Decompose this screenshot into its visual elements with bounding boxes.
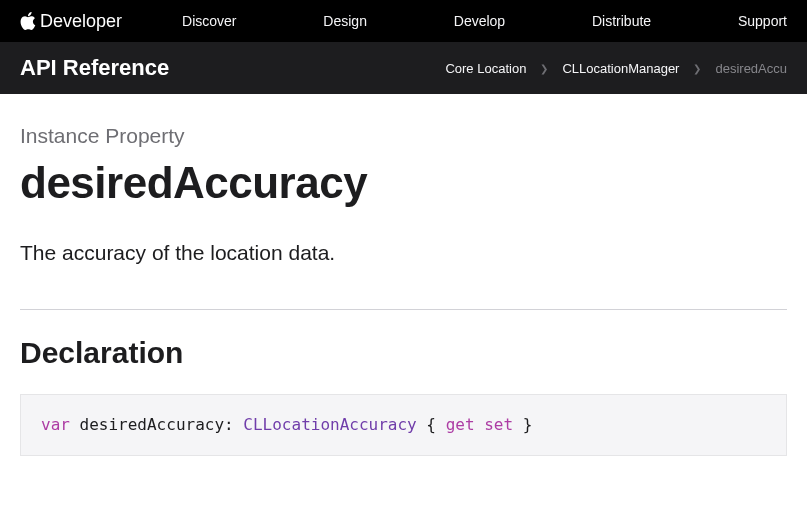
- sub-nav: API Reference Core Location ❯ CLLocation…: [0, 42, 807, 94]
- punct-close-brace: }: [523, 415, 533, 434]
- breadcrumb-current: desiredAccu: [715, 61, 787, 76]
- ident-desiredaccuracy: desiredAccuracy: [80, 415, 225, 434]
- breadcrumb-cllocationmanager[interactable]: CLLocationManager: [562, 61, 679, 76]
- punct-open-brace: {: [426, 415, 436, 434]
- breadcrumb-core-location[interactable]: Core Location: [445, 61, 526, 76]
- page-title: desiredAccuracy: [20, 158, 787, 208]
- divider: [20, 309, 787, 310]
- subnav-title: API Reference: [20, 55, 169, 81]
- main-content: Instance Property desiredAccuracy The ac…: [0, 94, 807, 496]
- keyword-var: var: [41, 415, 70, 434]
- apple-icon: [20, 12, 36, 30]
- chevron-right-icon: ❯: [693, 63, 701, 74]
- breadcrumb: Core Location ❯ CLLocationManager ❯ desi…: [445, 61, 787, 76]
- page-summary: The accuracy of the location data.: [20, 238, 787, 267]
- declaration-heading: Declaration: [20, 336, 787, 370]
- apple-developer-logo[interactable]: Developer: [20, 11, 122, 32]
- top-nav: Developer Discover Design Develop Distri…: [0, 0, 807, 42]
- nav-support[interactable]: Support: [738, 13, 787, 29]
- punct-colon: :: [224, 415, 234, 434]
- type-cllocationaccuracy: CLLocationAccuracy: [243, 415, 416, 434]
- topnav-links: Discover Design Develop Distribute Suppo…: [182, 13, 787, 29]
- nav-develop[interactable]: Develop: [454, 13, 505, 29]
- logo-text: Developer: [40, 11, 122, 32]
- nav-design[interactable]: Design: [323, 13, 367, 29]
- chevron-right-icon: ❯: [540, 63, 548, 74]
- declaration-code: var desiredAccuracy: CLLocationAccuracy …: [20, 394, 787, 456]
- keyword-set: set: [484, 415, 513, 434]
- keyword-get: get: [446, 415, 475, 434]
- eyebrow: Instance Property: [20, 124, 787, 148]
- nav-distribute[interactable]: Distribute: [592, 13, 651, 29]
- nav-discover[interactable]: Discover: [182, 13, 236, 29]
